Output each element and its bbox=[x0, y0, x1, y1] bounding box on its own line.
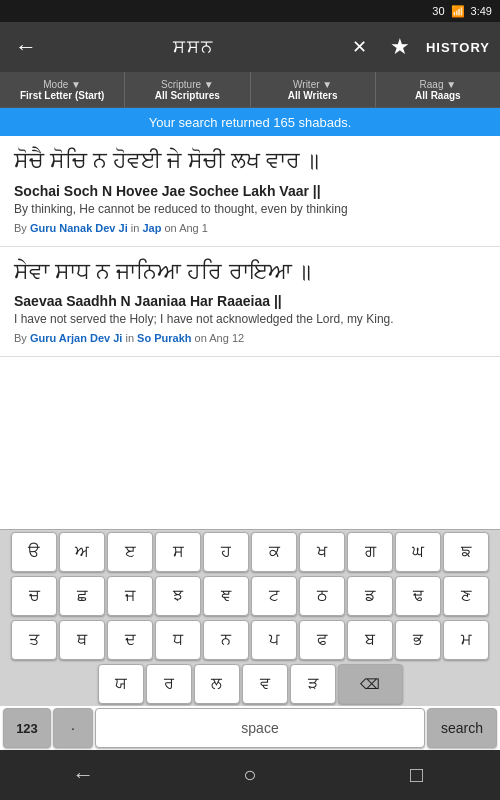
back-button[interactable]: ← bbox=[10, 34, 42, 60]
keyboard-key[interactable]: ੜ bbox=[290, 664, 336, 704]
search-query-display[interactable]: ਸਸਨ bbox=[52, 37, 336, 58]
keyboard-key[interactable]: ਅ bbox=[59, 532, 105, 572]
keyboard-key[interactable]: ਭ bbox=[395, 620, 441, 660]
keyboard-key[interactable]: ਗ bbox=[347, 532, 393, 572]
keyboard-key[interactable]: ਯ bbox=[98, 664, 144, 704]
keyboard-key[interactable]: ਦ bbox=[107, 620, 153, 660]
keyboard-key[interactable]: ਕ bbox=[251, 532, 297, 572]
gurmukhi-text: ਸੋਚੈ ਸੋਚਿ ਨ ਹੋਵਈ ਜੇ ਸੋਚੀ ਲਖ ਵਾਰ ॥ bbox=[14, 146, 486, 177]
keyboard-key[interactable]: ਬ bbox=[347, 620, 393, 660]
keyboard-row-1: ਚਛਜਝਞਟਠਡਢਣ bbox=[0, 574, 500, 618]
attribution: By Guru Nanak Dev Ji in Jap on Ang 1 bbox=[14, 222, 486, 234]
history-button[interactable]: HISTORY bbox=[426, 40, 490, 55]
writer-link[interactable]: Guru Nanak Dev Ji bbox=[30, 222, 128, 234]
keyboard-key[interactable]: ਣ bbox=[443, 576, 489, 616]
key-space[interactable]: space bbox=[95, 708, 425, 748]
result-item[interactable]: ਸੇਵਾ ਸਾਧ ਨ ਜਾਨਿਆ ਹਰਿ ਰਾਇਆ ॥ Saevaa Saadh… bbox=[0, 247, 500, 358]
key-special[interactable]: · bbox=[53, 708, 93, 748]
keyboard-key[interactable]: ਰ bbox=[146, 664, 192, 704]
results-area[interactable]: ਸੋਚੈ ਸੋਚਿ ਨ ਹੋਵਈ ਜੇ ਸੋਚੀ ਲਖ ਵਾਰ ॥ Sochai… bbox=[0, 136, 500, 529]
status-bar: 30 📶 3:49 bbox=[0, 0, 500, 22]
keyboard-key[interactable]: ਸ bbox=[155, 532, 201, 572]
search-bar: ← ਸਸਨ ✕ ★ HISTORY bbox=[0, 22, 500, 72]
result-count-text: Your search returned 165 shabads. bbox=[149, 115, 352, 130]
keyboard-key[interactable]: ਝ bbox=[155, 576, 201, 616]
keyboard-key[interactable]: ਙ bbox=[443, 532, 489, 572]
nav-home-button[interactable]: ○ bbox=[220, 755, 280, 795]
nav-bar: ← ○ □ bbox=[0, 750, 500, 800]
translation: I have not served the Holy; I have not a… bbox=[14, 311, 486, 328]
status-battery: 📶 bbox=[451, 5, 465, 18]
clear-button[interactable]: ✕ bbox=[346, 36, 374, 58]
keyboard-key[interactable]: ਜ bbox=[107, 576, 153, 616]
writer-link[interactable]: Guru Arjan Dev Ji bbox=[30, 332, 123, 344]
keyboard-key[interactable]: ਮ bbox=[443, 620, 489, 660]
raag-link[interactable]: So Purakh bbox=[137, 332, 191, 344]
keyboard-key[interactable]: ੲ bbox=[107, 532, 153, 572]
keyboard-key[interactable]: ਖ bbox=[299, 532, 345, 572]
keyboard-key[interactable]: ਵ bbox=[242, 664, 288, 704]
filter-item[interactable]: Raag ▼All Raags bbox=[376, 72, 500, 107]
keyboard-row-2: ਤਥਦਧਨਪਫਬਭਮ bbox=[0, 618, 500, 662]
result-bar: Your search returned 165 shabads. bbox=[0, 108, 500, 136]
keyboard-bottom-row: 123 · space search bbox=[0, 706, 500, 750]
result-item[interactable]: ਸੋਚੈ ਸੋਚਿ ਨ ਹੋਵਈ ਜੇ ਸੋਚੀ ਲਖ ਵਾਰ ॥ Sochai… bbox=[0, 136, 500, 247]
attribution: By Guru Arjan Dev Ji in So Purakh on Ang… bbox=[14, 332, 486, 344]
nav-recent-button[interactable]: □ bbox=[387, 755, 447, 795]
filter-item[interactable]: Mode ▼First Letter (Start) bbox=[0, 72, 125, 107]
keyboard-key[interactable]: ਡ bbox=[347, 576, 393, 616]
keyboard-key[interactable]: ਥ bbox=[59, 620, 105, 660]
raag-link[interactable]: Jap bbox=[142, 222, 161, 234]
keyboard-key[interactable]: ਧ bbox=[155, 620, 201, 660]
keyboard-key[interactable]: ੳ bbox=[11, 532, 57, 572]
keyboard-key[interactable]: ਘ bbox=[395, 532, 441, 572]
keyboard-key[interactable]: ਠ bbox=[299, 576, 345, 616]
keyboard-key[interactable]: ਲ bbox=[194, 664, 240, 704]
translation: By thinking, He cannot be reduced to tho… bbox=[14, 201, 486, 218]
keyboard-row-0: ੳਅੲਸਹਕਖਗਘਙ bbox=[0, 530, 500, 574]
keyboard: ੳਅੲਸਹਕਖਗਘਙਚਛਜਝਞਟਠਡਢਣਤਥਦਧਨਪਫਬਭਮਯਰਲਵੜ⌫ bbox=[0, 529, 500, 706]
status-signal: 30 bbox=[432, 5, 444, 17]
keyboard-key[interactable]: ਹ bbox=[203, 532, 249, 572]
keyboard-key[interactable]: ਨ bbox=[203, 620, 249, 660]
keyboard-row-3: ਯਰਲਵੜ⌫ bbox=[0, 662, 500, 706]
key-search[interactable]: search bbox=[427, 708, 497, 748]
backspace-key[interactable]: ⌫ bbox=[338, 664, 403, 704]
keyboard-key[interactable]: ਞ bbox=[203, 576, 249, 616]
status-time: 3:49 bbox=[471, 5, 492, 17]
keyboard-key[interactable]: ਫ bbox=[299, 620, 345, 660]
keyboard-key[interactable]: ਛ bbox=[59, 576, 105, 616]
keyboard-key[interactable]: ਪ bbox=[251, 620, 297, 660]
keyboard-key[interactable]: ਟ bbox=[251, 576, 297, 616]
keyboard-key[interactable]: ਤ bbox=[11, 620, 57, 660]
keyboard-key[interactable]: ਢ bbox=[395, 576, 441, 616]
filter-item[interactable]: Scripture ▼All Scriptures bbox=[125, 72, 250, 107]
key-123[interactable]: 123 bbox=[3, 708, 51, 748]
transliteration: Saevaa Saadhh N Jaaniaa Har Raaeiaa || bbox=[14, 293, 486, 309]
gurmukhi-text: ਸੇਵਾ ਸਾਧ ਨ ਜਾਨਿਆ ਹਰਿ ਰਾਇਆ ॥ bbox=[14, 257, 486, 288]
filter-row: Mode ▼First Letter (Start)Scripture ▼All… bbox=[0, 72, 500, 108]
nav-back-button[interactable]: ← bbox=[53, 755, 113, 795]
star-button[interactable]: ★ bbox=[384, 34, 416, 60]
keyboard-key[interactable]: ਚ bbox=[11, 576, 57, 616]
filter-item[interactable]: Writer ▼All Writers bbox=[251, 72, 376, 107]
transliteration: Sochai Soch N Hovee Jae Sochee Lakh Vaar… bbox=[14, 183, 486, 199]
